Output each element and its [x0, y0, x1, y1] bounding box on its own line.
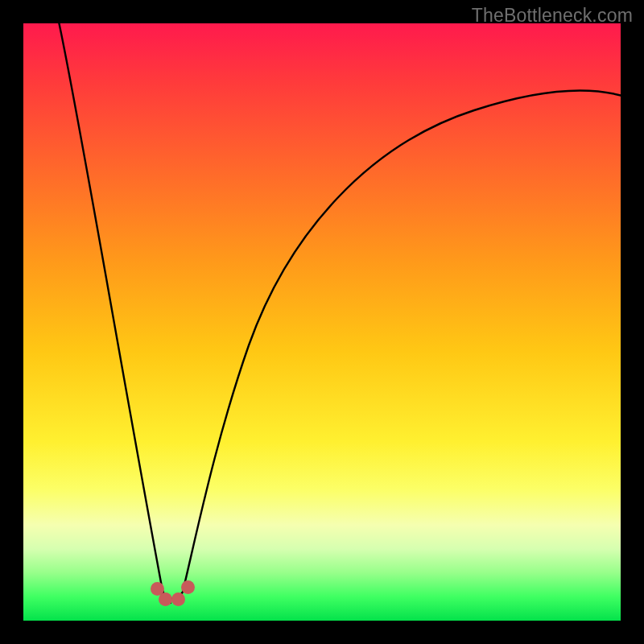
trough-marker — [159, 592, 172, 606]
trough-marker — [181, 580, 195, 594]
curve-right-branch — [183, 91, 622, 592]
bottleneck-curve — [23, 23, 621, 621]
watermark-text: TheBottleneck.com — [472, 5, 633, 27]
curve-left-branch — [59, 22, 171, 603]
trough-marker — [171, 592, 185, 606]
plot-area — [23, 23, 621, 621]
